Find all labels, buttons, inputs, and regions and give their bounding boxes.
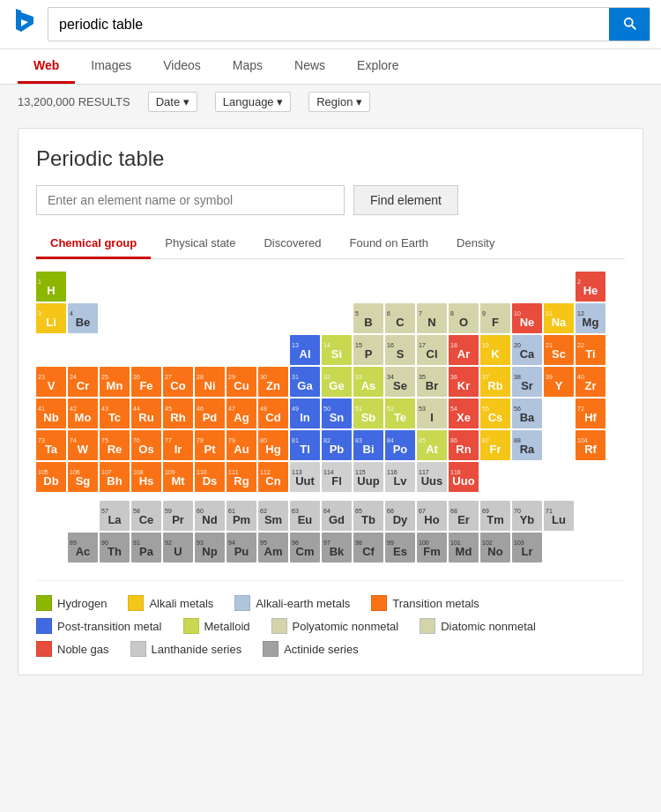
element-Er[interactable]: 68Er (449, 501, 479, 531)
element-Nd[interactable]: 60Nd (195, 501, 225, 531)
element-Pd[interactable]: 46Pd (195, 399, 225, 428)
element-Rb[interactable]: 37Rb (480, 367, 510, 397)
element-Cs[interactable]: 55Cs (480, 399, 510, 428)
element-Am[interactable]: 95Am (258, 533, 288, 562)
search-button[interactable] (609, 8, 650, 41)
find-element-button[interactable]: Find element (353, 185, 458, 215)
element-Os[interactable]: 76Os (131, 430, 161, 460)
element-Db[interactable]: 105Db (36, 462, 66, 492)
element-Uuo[interactable]: 118Uuo (449, 462, 479, 492)
element-Tm[interactable]: 69Tm (480, 501, 510, 531)
element-Tb[interactable]: 65Tb (353, 501, 383, 531)
element-Be[interactable]: 4Be (68, 303, 98, 333)
filter-tab-density[interactable]: Density (442, 229, 509, 259)
element-Ra[interactable]: 88Ra (512, 430, 542, 460)
filter-tab-physical[interactable]: Physical state (151, 229, 249, 259)
element-F[interactable]: 9F (480, 303, 510, 333)
element-In[interactable]: 49In (290, 399, 320, 428)
element-Bi[interactable]: 83Bi (353, 430, 383, 460)
element-Md[interactable]: 101Md (449, 533, 479, 562)
element-Lr[interactable]: 103Lr (512, 533, 542, 562)
element-Cd[interactable]: 48Cd (258, 399, 288, 428)
element-Cl[interactable]: 17Cl (417, 335, 447, 365)
element-Ba[interactable]: 56Ba (512, 399, 542, 428)
element-Cf[interactable]: 98Cf (353, 533, 383, 562)
nav-tab-web[interactable]: Web (18, 49, 75, 84)
element-Sg[interactable]: 106Sg (68, 462, 98, 492)
element-Li[interactable]: 3Li (36, 303, 66, 333)
element-Uup[interactable]: 115Uup (353, 462, 383, 492)
element-W[interactable]: 74W (68, 430, 98, 460)
element-Pt[interactable]: 78Pt (195, 430, 225, 460)
element-Fm[interactable]: 100Fm (417, 533, 447, 562)
element-Hg[interactable]: 80Hg (258, 430, 288, 460)
language-filter[interactable]: Language ▾ (215, 92, 291, 112)
element-Xe[interactable]: 54Xe (449, 399, 479, 428)
element-Mg[interactable]: 12Mg (576, 303, 605, 333)
element-C[interactable]: 6C (385, 303, 415, 333)
element-Tc[interactable]: 43Tc (100, 399, 130, 428)
element-La[interactable]: 57La (100, 501, 130, 531)
nav-tab-maps[interactable]: Maps (217, 49, 279, 84)
element-Rn[interactable]: 86Rn (449, 430, 479, 460)
element-Br[interactable]: 35Br (417, 367, 447, 397)
element-Au[interactable]: 79Au (227, 430, 256, 460)
element-Pu[interactable]: 94Pu (227, 533, 256, 562)
element-Ds[interactable]: 110Ds (195, 462, 225, 492)
element-Ce[interactable]: 58Ce (131, 501, 161, 531)
element-Ni[interactable]: 28Ni (195, 367, 225, 397)
element-Lv[interactable]: 116Lv (385, 462, 415, 492)
element-Po[interactable]: 84Po (385, 430, 415, 460)
element-Na[interactable]: 11Na (544, 303, 574, 333)
element-Sr[interactable]: 38Sr (512, 367, 542, 397)
element-Ca[interactable]: 20Ca (512, 335, 542, 365)
element-Ac[interactable]: 89Ac (68, 533, 98, 562)
element-input[interactable] (36, 185, 345, 215)
element-Sn[interactable]: 50Sn (322, 399, 352, 428)
element-Gd[interactable]: 64Gd (322, 501, 352, 531)
element-V[interactable]: 23V (36, 367, 66, 397)
element-Ho[interactable]: 67Ho (417, 501, 447, 531)
element-Se[interactable]: 34Se (385, 367, 415, 397)
element-Hs[interactable]: 108Hs (131, 462, 161, 492)
element-P[interactable]: 15P (353, 335, 383, 365)
element-Uus[interactable]: 117Uus (417, 462, 447, 492)
element-B[interactable]: 5B (353, 303, 383, 333)
element-Fe[interactable]: 26Fe (131, 367, 161, 397)
element-K[interactable]: 19K (480, 335, 510, 365)
element-Pb[interactable]: 82Pb (322, 430, 352, 460)
element-Rf[interactable]: 104Rf (576, 430, 605, 460)
element-Ne[interactable]: 10Ne (512, 303, 542, 333)
element-Zn[interactable]: 30Zn (258, 367, 288, 397)
element-Cm[interactable]: 96Cm (290, 533, 320, 562)
element-S[interactable]: 16S (385, 335, 415, 365)
element-Fl[interactable]: 114Fl (322, 462, 352, 492)
element-As[interactable]: 33As (353, 367, 383, 397)
nav-tab-explore[interactable]: Explore (341, 49, 414, 84)
element-Zr[interactable]: 40Zr (576, 367, 605, 397)
element-Ga[interactable]: 31Ga (290, 367, 320, 397)
filter-tab-found[interactable]: Found on Earth (335, 229, 442, 259)
element-Fr[interactable]: 87Fr (480, 430, 510, 460)
element-Bh[interactable]: 107Bh (100, 462, 130, 492)
element-Ag[interactable]: 47Ag (227, 399, 256, 428)
element-Te[interactable]: 52Te (385, 399, 415, 428)
filter-tab-chemical[interactable]: Chemical group (36, 229, 151, 259)
element-Pa[interactable]: 91Pa (131, 533, 161, 562)
element-Th[interactable]: 90Th (100, 533, 130, 562)
element-Sb[interactable]: 51Sb (353, 399, 383, 428)
element-Ar[interactable]: 18Ar (449, 335, 479, 365)
element-Eu[interactable]: 63Eu (290, 501, 320, 531)
element-Kr[interactable]: 36Kr (449, 367, 479, 397)
nav-tab-images[interactable]: Images (75, 49, 147, 84)
element-Bk[interactable]: 97Bk (322, 533, 352, 562)
element-Ru[interactable]: 44Ru (131, 399, 161, 428)
element-N[interactable]: 7N (417, 303, 447, 333)
element-Mo[interactable]: 42Mo (68, 399, 98, 428)
element-Cr[interactable]: 24Cr (68, 367, 98, 397)
element-Np[interactable]: 93Np (195, 533, 225, 562)
element-Re[interactable]: 75Re (100, 430, 130, 460)
element-He[interactable]: 2He (576, 272, 605, 302)
element-Cu[interactable]: 29Cu (227, 367, 256, 397)
element-Nb[interactable]: 41Nb (36, 399, 66, 428)
